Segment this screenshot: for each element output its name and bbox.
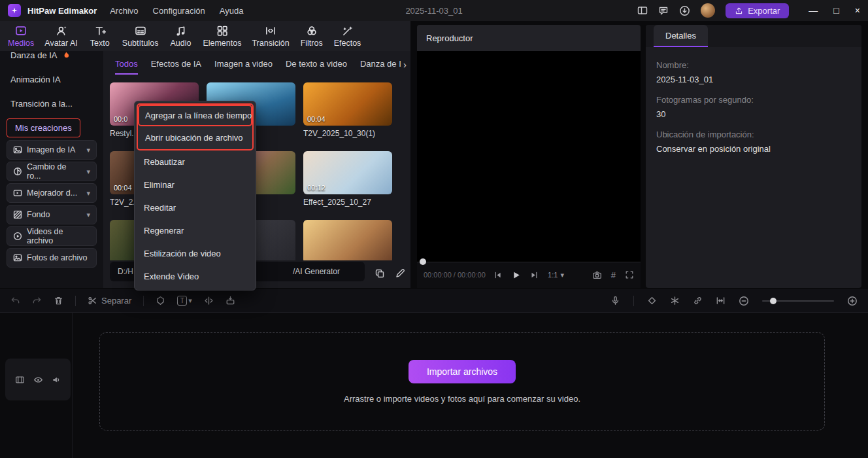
media-tabs: Todos Efectos de IA Imagen a video De te…	[103, 51, 410, 75]
menu-item-rebautizar[interactable]: Rebautizar	[137, 150, 254, 173]
media-tab-danza[interactable]: Danza de I	[360, 59, 401, 75]
media-thumbnail[interactable]	[303, 220, 392, 260]
tab-avatar-ai[interactable]: Avatar AI	[39, 22, 83, 50]
chevron-down-icon: ▾	[86, 189, 90, 198]
overwrite-insert-icon[interactable]	[225, 296, 235, 306]
zoom-slider-knob[interactable]	[770, 298, 776, 304]
media-item[interactable]: 00:04 T2V_2025_10_30(1)	[303, 82, 392, 138]
media-item[interactable]: 00:12 Effect_2025_10_27	[303, 151, 392, 207]
filters-icon	[306, 25, 318, 37]
path-text-left: D:/H	[118, 267, 133, 276]
track-mute-speaker-icon[interactable]	[52, 375, 61, 385]
tab-filtros[interactable]: Filtros	[295, 22, 329, 50]
sidebar-item-animacion-ia[interactable]: Animación IA	[0, 67, 103, 92]
menu-configuracion[interactable]: Configuración	[153, 6, 205, 16]
menu-item-eliminar[interactable]: Eliminar	[137, 173, 254, 196]
split-clip-button[interactable]: Separar	[88, 296, 131, 306]
maximize-button[interactable]: □	[833, 5, 839, 16]
menu-item-extende-video[interactable]: Extende Video	[137, 265, 254, 288]
tab-medios[interactable]: Medios	[3, 22, 39, 50]
duration-badge: 00:0	[114, 115, 127, 123]
timeline-zoom-slider[interactable]	[762, 300, 834, 302]
media-item[interactable]	[303, 220, 392, 260]
freeze-frame-icon[interactable]	[670, 296, 680, 306]
menu-item-regenerar[interactable]: Regenerar	[137, 219, 254, 242]
trim-split-icon[interactable]	[204, 296, 214, 306]
sidebar-item-fondo[interactable]: Fondo ▾	[7, 205, 97, 224]
close-button[interactable]: ×	[855, 5, 860, 16]
media-tab-texto-a-video[interactable]: De texto a video	[286, 59, 347, 75]
tab-label: Subtítulos	[122, 39, 159, 48]
import-dropzone[interactable]: Importar archivos Arrastre o importe vid…	[99, 332, 825, 431]
tab-audio[interactable]: Audio	[163, 22, 197, 50]
sidebar-item-fotos-de-archivo[interactable]: Fotos de archivo	[7, 248, 97, 268]
link-icon[interactable]	[693, 296, 703, 306]
marker-icon[interactable]	[156, 296, 165, 306]
edit-path-icon[interactable]	[395, 268, 405, 279]
delete-icon[interactable]	[54, 296, 63, 306]
media-tab-efectos-ia[interactable]: Efectos de IA	[151, 59, 201, 75]
snapshot-camera-icon[interactable]	[592, 270, 602, 280]
zoom-out-button[interactable]	[739, 296, 749, 306]
safe-area-grid-icon[interactable]: #	[611, 270, 616, 280]
tab-texto[interactable]: Texto	[83, 22, 117, 50]
sidebar-item-mejorador[interactable]: Mejorador d... ▾	[7, 183, 97, 203]
playhead-knob[interactable]	[420, 258, 426, 265]
menu-item-agregar-a-linea[interactable]: Agregar a la línea de tiempo	[138, 105, 252, 126]
media-tab-imagen-a-video[interactable]: Imagen a video	[214, 59, 273, 75]
text-icon	[94, 25, 106, 37]
play-button[interactable]	[511, 270, 521, 280]
import-files-button[interactable]: Importar archivos	[409, 360, 516, 383]
tab-label: Transición	[252, 39, 289, 48]
fit-timeline-icon[interactable]	[716, 296, 726, 306]
details-panel: Detalles Nombre: 2025-11-03_01 Fotograma…	[646, 25, 861, 288]
sidebar-item-transicion[interactable]: Transición a la...	[0, 92, 103, 116]
media-item-name: T2V_2025_10_30(1)	[303, 129, 392, 138]
redo-icon[interactable]	[32, 296, 42, 306]
menu-item-reeditar[interactable]: Reeditar	[137, 196, 254, 219]
face-swap-icon	[13, 167, 22, 176]
tabs-scroll-right-icon[interactable]: ›	[403, 59, 407, 70]
sidebar-item-cambio-de-rostro[interactable]: Cambio de ro... ▾	[7, 162, 97, 181]
layout-panels-icon[interactable]	[637, 5, 648, 16]
sidebar-item-danza-de-ia[interactable]: Danza de IA	[0, 51, 103, 67]
menu-ayuda[interactable]: Ayuda	[220, 6, 244, 16]
menu-item-estilizacion[interactable]: Estilización de video	[137, 242, 254, 265]
minimize-button[interactable]: —	[809, 5, 818, 16]
undo-icon[interactable]	[10, 296, 20, 306]
sidebar-item-videos-de-archivo[interactable]: Videos de archivo	[7, 226, 97, 246]
previous-frame-button[interactable]	[493, 271, 502, 279]
menu-archivo[interactable]: Archivo	[110, 6, 138, 16]
tab-efectos[interactable]: Efectos	[329, 22, 367, 50]
user-avatar[interactable]	[701, 3, 715, 18]
preview-scale-dropdown[interactable]: 1:1 ▾	[548, 271, 564, 279]
download-icon[interactable]	[679, 5, 690, 16]
sidebar-item-mis-creaciones[interactable]: Mis creaciones	[7, 118, 103, 137]
tab-detalles[interactable]: Detalles	[654, 25, 708, 47]
keyframe-icon[interactable]	[647, 296, 657, 306]
feedback-chat-icon[interactable]	[658, 5, 669, 16]
context-menu-highlight-group: Agregar a la línea de tiempo Abrir ubica…	[137, 103, 254, 150]
next-frame-button[interactable]	[530, 271, 539, 279]
fullscreen-icon[interactable]	[625, 270, 634, 279]
sidebar-item-imagen-de-ia[interactable]: Imagen de IA ▾	[7, 140, 97, 160]
stock-video-icon	[13, 232, 22, 241]
player-viewport[interactable]	[417, 51, 641, 262]
tab-subtitulos[interactable]: Subtítulos	[117, 22, 164, 50]
tab-transicion[interactable]: Transición	[246, 22, 294, 50]
media-thumbnail[interactable]: 00:12	[303, 151, 392, 194]
copy-path-icon[interactable]	[375, 268, 385, 279]
track-header	[5, 359, 71, 400]
text-tool-button[interactable]: T ▾	[177, 296, 192, 306]
track-type-icon[interactable]	[15, 375, 25, 385]
zoom-in-button[interactable]	[847, 296, 858, 306]
media-tab-todos[interactable]: Todos	[115, 59, 138, 75]
track-visibility-eye-icon[interactable]	[33, 375, 43, 385]
tab-label: Efectos	[334, 39, 361, 48]
menu-item-abrir-ubicacion[interactable]: Abrir ubicación de archivo	[138, 126, 252, 149]
tab-elementos[interactable]: Elementos	[197, 22, 246, 50]
effects-icon	[342, 25, 354, 37]
voiceover-mic-icon[interactable]	[610, 296, 620, 306]
export-button[interactable]: Exportar	[726, 3, 789, 18]
media-thumbnail[interactable]: 00:04	[303, 82, 392, 126]
